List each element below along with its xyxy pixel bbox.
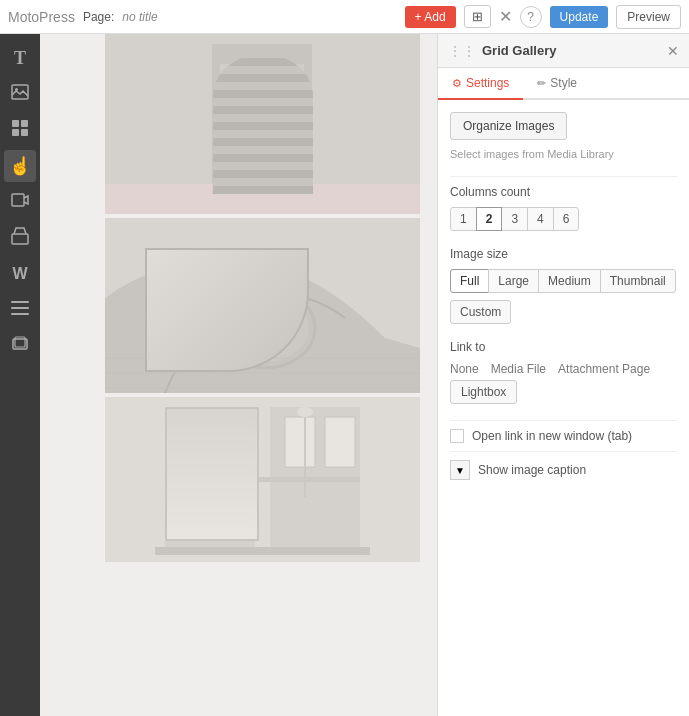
- expand-button[interactable]: ⊞: [464, 5, 491, 28]
- open-new-window-row: Open link in new window (tab): [450, 429, 677, 443]
- tab-settings[interactable]: ⚙ Settings: [438, 68, 523, 100]
- size-custom-button[interactable]: Custom: [450, 300, 511, 324]
- svg-rect-15: [220, 64, 304, 184]
- svg-rect-38: [220, 417, 250, 467]
- drag-handle: ⋮⋮: [448, 43, 476, 59]
- image-size-label: Image size: [450, 247, 677, 261]
- svg-rect-4: [12, 129, 19, 136]
- gallery-image-3: [105, 397, 420, 562]
- svg-rect-3: [21, 120, 28, 127]
- list-icon: [11, 301, 29, 319]
- svg-rect-37: [180, 417, 210, 467]
- wp-icon: W: [12, 265, 27, 283]
- logo-text: MotoPress: [8, 9, 75, 25]
- svg-rect-6: [12, 194, 24, 206]
- canvas-area: [40, 34, 437, 716]
- sidebar-icon-video[interactable]: [4, 186, 36, 218]
- help-button[interactable]: ?: [520, 6, 542, 28]
- sidebar-icon-widget[interactable]: [4, 114, 36, 146]
- link-options-group: None Media File Attachment Page: [450, 362, 677, 376]
- show-caption-row: ▼ Show image caption: [450, 460, 677, 480]
- sidebar-icon-wp[interactable]: W: [4, 258, 36, 290]
- svg-rect-48: [155, 547, 370, 555]
- svg-rect-14: [212, 44, 312, 194]
- panel-content: Organize Images Select images from Media…: [438, 100, 689, 716]
- svg-rect-5: [21, 129, 28, 136]
- columns-count-label: Columns count: [450, 185, 677, 199]
- panel-close-button[interactable]: ✕: [667, 43, 679, 59]
- logo: MotoPress: [8, 9, 75, 25]
- widget-icon: [11, 119, 29, 141]
- image-size-section: Image size Full Large Medium Thumbnail C…: [450, 247, 677, 324]
- panel-header: ⋮⋮ Grid Gallery ✕: [438, 34, 689, 68]
- show-caption-select[interactable]: ▼: [450, 460, 470, 480]
- main-layout: T ☝: [0, 34, 689, 716]
- text-icon: T: [14, 48, 26, 69]
- panel-title: Grid Gallery: [482, 43, 661, 58]
- size-medium-button[interactable]: Medium: [538, 269, 601, 293]
- show-caption-label: Show image caption: [478, 463, 586, 477]
- sidebar-icon-list[interactable]: [4, 294, 36, 326]
- svg-rect-47: [165, 477, 360, 482]
- svg-rect-7: [12, 234, 28, 244]
- cursor-icon: ☝: [9, 155, 31, 177]
- sidebar-icon-layers[interactable]: [4, 330, 36, 362]
- sidebar-icon-cursor[interactable]: ☝: [4, 150, 36, 182]
- svg-point-30: [221, 294, 309, 362]
- link-to-label: Link to: [450, 340, 677, 354]
- topbar: MotoPress Page: no title + Add ⊞ ✕ ? Upd…: [0, 0, 689, 34]
- left-sidebar: T ☝: [0, 34, 40, 716]
- svg-rect-10: [11, 313, 29, 315]
- video-icon: [11, 193, 29, 211]
- sidebar-icon-image[interactable]: [4, 78, 36, 110]
- link-to-section: Link to None Media File Attachment Page …: [450, 340, 677, 404]
- page-title: no title: [122, 10, 157, 24]
- gallery-canvas: [105, 34, 420, 566]
- gallery-image-1: [105, 34, 420, 214]
- open-new-window-checkbox[interactable]: [450, 429, 464, 443]
- svg-rect-27: [105, 184, 420, 214]
- page-label: Page:: [83, 10, 114, 24]
- columns-6-button[interactable]: 6: [553, 207, 580, 231]
- columns-3-button[interactable]: 3: [501, 207, 528, 231]
- image-icon: [11, 84, 29, 104]
- svg-rect-2: [12, 120, 19, 127]
- size-full-button[interactable]: Full: [450, 269, 489, 293]
- svg-point-29: [215, 288, 315, 368]
- layers-icon: [11, 336, 29, 356]
- lightbox-button[interactable]: Lightbox: [450, 380, 517, 404]
- tab-style[interactable]: ✏ Style: [523, 68, 591, 100]
- media-library-hint: Select images from Media Library: [450, 148, 677, 160]
- preview-button[interactable]: Preview: [616, 5, 681, 29]
- svg-rect-8: [11, 301, 29, 303]
- store-icon: [11, 227, 29, 249]
- columns-2-button[interactable]: 2: [476, 207, 503, 231]
- svg-rect-35: [165, 407, 255, 547]
- columns-count-group: 1 2 3 4 6: [450, 207, 677, 231]
- link-none-option[interactable]: None: [450, 362, 479, 376]
- svg-rect-39: [285, 417, 315, 467]
- svg-rect-40: [325, 417, 355, 467]
- sidebar-icon-store[interactable]: [4, 222, 36, 254]
- settings-gear-icon: ⚙: [452, 77, 462, 90]
- right-panel: ⋮⋮ Grid Gallery ✕ ⚙ Settings ✏ Style Org…: [437, 34, 689, 716]
- columns-1-button[interactable]: 1: [450, 207, 477, 231]
- size-large-button[interactable]: Large: [488, 269, 539, 293]
- svg-point-46: [297, 407, 313, 417]
- image-size-group: Full Large Medium Thumbnail: [450, 269, 677, 292]
- size-thumbnail-button[interactable]: Thumbnail: [600, 269, 676, 293]
- columns-4-button[interactable]: 4: [527, 207, 554, 231]
- organize-images-button[interactable]: Organize Images: [450, 112, 567, 140]
- panel-tabs: ⚙ Settings ✏ Style: [438, 68, 689, 100]
- columns-count-section: Columns count 1 2 3 4 6: [450, 185, 677, 231]
- open-new-window-label: Open link in new window (tab): [472, 429, 632, 443]
- sidebar-icon-text[interactable]: T: [4, 42, 36, 74]
- gallery-image-2: [105, 218, 420, 393]
- add-button[interactable]: + Add: [405, 6, 456, 28]
- close-button[interactable]: ✕: [499, 7, 512, 26]
- style-pencil-icon: ✏: [537, 77, 546, 90]
- update-button[interactable]: Update: [550, 6, 609, 28]
- link-attachment-option[interactable]: Attachment Page: [558, 362, 650, 376]
- link-media-file-option[interactable]: Media File: [491, 362, 546, 376]
- svg-rect-9: [11, 307, 29, 309]
